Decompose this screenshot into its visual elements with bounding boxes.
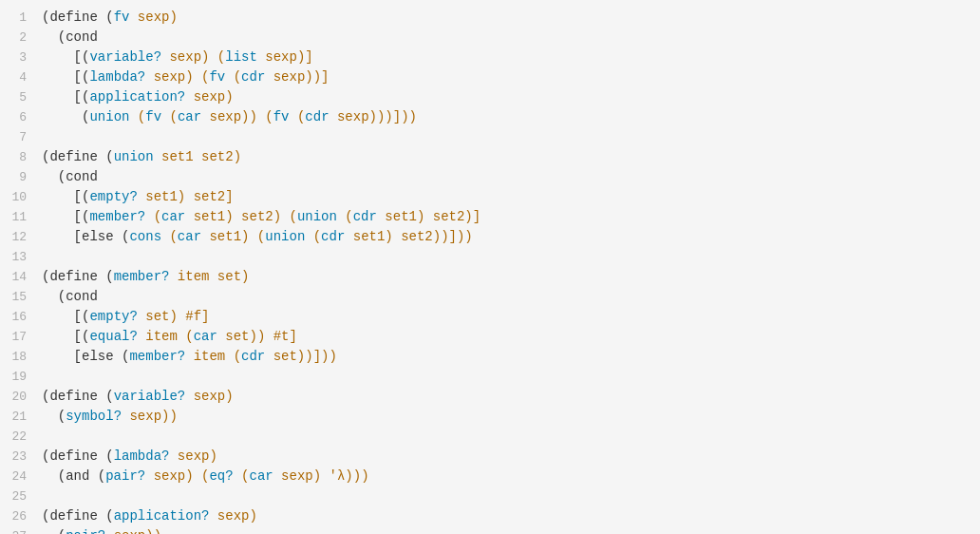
line-content: [(variable? sexp) (list sexp)] [42,48,313,67]
line-number: 19 [8,368,42,387]
line-content: (define (union set1 set2) [42,147,241,166]
code-line: 25 [0,486,980,506]
code-line: 24 (and (pair? sexp) (eq? (car sexp) 'λ)… [0,467,980,486]
line-content: (pair? sexp)) [42,526,161,534]
code-line: 26(define (application? sexp) [0,506,980,526]
code-line: 21 (symbol? sexp)) [0,407,980,427]
line-number: 3 [8,48,42,67]
line-number: 21 [8,408,42,427]
code-line: 27 (pair? sexp)) [0,526,980,534]
line-content [42,247,49,266]
code-line: 17 [(equal? item (car set)) #t] [0,327,980,347]
line-content [42,427,49,446]
code-line: 13 [0,247,980,267]
line-content: [(equal? item (car set)) #t] [42,327,297,346]
line-content: (define (application? sexp) [42,506,257,525]
line-content: (cond [42,167,98,186]
code-line: 19 [0,367,980,387]
code-line: 1(define (fv sexp) [0,8,980,28]
code-line: 6 (union (fv (car sexp)) (fv (cdr sexp))… [0,107,980,127]
line-number: 11 [8,208,42,227]
line-number: 1 [8,9,42,28]
line-number: 24 [8,467,42,486]
line-number: 5 [8,88,42,107]
line-content: (cond [42,287,98,306]
line-number: 2 [8,29,42,48]
line-content: (and (pair? sexp) (eq? (car sexp) 'λ))) [42,467,369,486]
line-number: 25 [8,487,42,506]
line-content [42,367,49,386]
line-content: [else (cons (car set1) (union (cdr set1)… [42,227,473,246]
line-number: 18 [8,348,42,367]
line-content: [(member? (car set1) set2) (union (cdr s… [42,207,481,226]
line-content: (union (fv (car sexp)) (fv (cdr sexp)))]… [42,107,417,126]
line-content [42,127,49,146]
code-line: 22 [0,427,980,447]
line-content: (define (variable? sexp) [42,387,234,406]
line-number: 9 [8,168,42,187]
line-content: (define (member? item set) [42,267,249,286]
code-line: 10 [(empty? set1) set2] [0,187,980,207]
line-content: (define (fv sexp) [42,8,178,27]
line-number: 15 [8,288,42,307]
code-line: 16 [(empty? set) #f] [0,307,980,327]
line-content: [(empty? set) #f] [42,307,209,326]
line-number: 14 [8,268,42,287]
code-line: 5 [(application? sexp) [0,87,980,107]
code-line: 15 (cond [0,287,980,307]
line-number: 13 [8,248,42,267]
code-line: 12 [else (cons (car set1) (union (cdr se… [0,227,980,247]
line-content: (cond [42,28,98,47]
line-content: [else (member? item (cdr set))])) [42,347,337,366]
code-line: 11 [(member? (car set1) set2) (union (cd… [0,207,980,227]
line-content: (define (lambda? sexp) [42,447,217,466]
line-content [42,486,49,505]
line-content: (symbol? sexp)) [42,407,178,426]
code-line: 20(define (variable? sexp) [0,387,980,407]
line-number: 4 [8,68,42,87]
line-number: 8 [8,148,42,167]
line-number: 22 [8,428,42,447]
code-line: 4 [(lambda? sexp) (fv (cdr sexp))] [0,67,980,87]
line-number: 20 [8,388,42,407]
line-number: 16 [8,308,42,327]
line-content: [(application? sexp) [42,87,234,106]
code-line: 2 (cond [0,28,980,48]
line-number: 17 [8,328,42,347]
line-number: 6 [8,108,42,127]
code-line: 7 [0,127,980,147]
code-line: 3 [(variable? sexp) (list sexp)] [0,48,980,67]
code-line: 18 [else (member? item (cdr set))])) [0,347,980,367]
code-line: 23(define (lambda? sexp) [0,447,980,467]
line-number: 23 [8,448,42,467]
line-number: 27 [8,527,42,534]
code-line: 14(define (member? item set) [0,267,980,287]
line-number: 7 [8,128,42,147]
line-content: [(lambda? sexp) (fv (cdr sexp))] [42,67,330,86]
line-number: 10 [8,188,42,207]
line-content: [(empty? set1) set2] [42,187,234,206]
line-number: 12 [8,228,42,247]
line-number: 26 [8,507,42,526]
code-line: 8(define (union set1 set2) [0,147,980,167]
code-line: 9 (cond [0,167,980,187]
code-editor: 1(define (fv sexp)2 (cond3 [(variable? s… [0,0,980,534]
